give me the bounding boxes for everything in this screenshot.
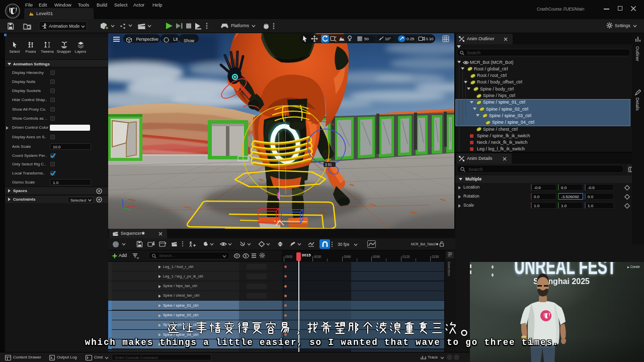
svg-text:3 51: 3 51 bbox=[325, 163, 332, 166]
svg-text:x: x bbox=[138, 206, 140, 210]
svg-text:0.10: 0.10 bbox=[426, 37, 434, 41]
svg-text:10°: 10° bbox=[385, 37, 391, 41]
svg-text:0.25: 0.25 bbox=[407, 37, 415, 41]
svg-text:50: 50 bbox=[364, 37, 369, 41]
